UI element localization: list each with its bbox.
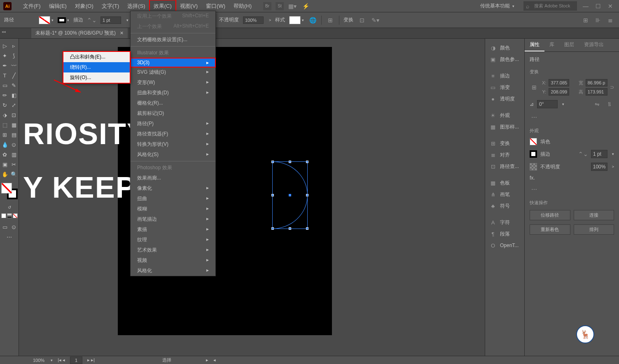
- w-input[interactable]: 86.996 p: [586, 79, 607, 86]
- panel-swatches[interactable]: ▦色板: [485, 177, 524, 189]
- panel-gradient[interactable]: ▭渐变: [485, 82, 524, 93]
- effect-blur-item[interactable]: 模糊▸: [131, 204, 215, 214]
- more-options-icon[interactable]: ⋯: [530, 113, 539, 122]
- apply-last-effect-item[interactable]: 应用上一个效果Shift+Ctrl+E: [131, 11, 215, 21]
- stock-icon[interactable]: St: [276, 2, 284, 10]
- panel-stroke[interactable]: ≡描边: [485, 70, 524, 82]
- tab-libraries[interactable]: 库: [544, 39, 559, 51]
- panel-color[interactable]: ◑颜色: [485, 42, 524, 54]
- gradient-mode-icon[interactable]: [7, 213, 12, 218]
- curvature-tool[interactable]: 〰: [9, 61, 19, 70]
- panel-transparency[interactable]: ●透明度: [485, 93, 524, 105]
- fill-swatch-prop[interactable]: [530, 138, 537, 145]
- effect-3d-item[interactable]: 3D(3)▸: [131, 58, 215, 67]
- angle-input[interactable]: 0°: [537, 100, 558, 108]
- hand-tool[interactable]: ✋: [0, 170, 9, 179]
- gpu-icon[interactable]: ⚡: [301, 2, 310, 11]
- selection-tool[interactable]: ▷: [0, 41, 9, 50]
- style-swatch[interactable]: ▾: [289, 16, 304, 24]
- perspective-tool[interactable]: ▦: [9, 120, 19, 129]
- panel-character[interactable]: A字符: [485, 217, 524, 228]
- edit-icon[interactable]: ✎▾: [371, 16, 380, 25]
- reference-point-icon[interactable]: ⊞: [530, 83, 539, 92]
- panel-pathfinder[interactable]: ⊡路径查...: [485, 161, 524, 172]
- search-input[interactable]: 搜索 Adobe Stock: [523, 1, 577, 11]
- revolve-item[interactable]: 绕转(R)...: [63, 62, 130, 72]
- pen-tool[interactable]: ✒: [0, 61, 9, 70]
- tab-layers[interactable]: 图层: [559, 39, 579, 51]
- more-appearance-icon[interactable]: ⋯: [530, 185, 539, 194]
- effect-warp-item[interactable]: 变形(W)▸: [131, 77, 215, 88]
- scale-tool[interactable]: ⤢: [9, 100, 19, 110]
- effect-pathfinder-item[interactable]: 路径查找器(F)▸: [131, 129, 215, 139]
- tab-asset-export[interactable]: 资源导出: [579, 39, 609, 51]
- slice-tool[interactable]: ✂: [9, 160, 19, 169]
- align-icon[interactable]: ⊞: [326, 16, 335, 25]
- arrange-icon[interactable]: ▦▾: [288, 2, 297, 11]
- menu-object[interactable]: 对象(O): [71, 0, 98, 12]
- effect-video-item[interactable]: 视频▸: [131, 255, 215, 266]
- nav-next-icon[interactable]: ▸ ▸|: [87, 357, 95, 363]
- mesh-tool[interactable]: ⊞: [0, 130, 9, 139]
- menu-edit[interactable]: 编辑(E): [45, 0, 71, 12]
- stroke-stepper[interactable]: ⌃⌄: [87, 16, 96, 25]
- arrange-button[interactable]: 排列: [574, 224, 614, 235]
- panel-appearance[interactable]: ☀外观: [485, 110, 524, 121]
- effect-cropmarks-item[interactable]: 裁剪标记(O): [131, 108, 215, 119]
- fill-stroke-control[interactable]: [1, 183, 18, 199]
- screen-mode-tool[interactable]: ▭: [0, 222, 9, 231]
- document-tab[interactable]: 未标题-1* @ 100% (RGB/GPU 预览) ✕: [31, 28, 128, 38]
- menu-help[interactable]: 帮助(H): [229, 0, 256, 12]
- panel-colorguide[interactable]: ▣颜色参...: [485, 54, 524, 65]
- artboard-tool[interactable]: ▣: [0, 160, 9, 169]
- effect-convertshape-item[interactable]: 转换为形状(V)▸: [131, 139, 215, 149]
- flip-h-icon[interactable]: ⇋: [593, 100, 602, 109]
- h-input[interactable]: 173.991: [586, 88, 607, 96]
- zoom-tool[interactable]: 🔍: [9, 170, 19, 179]
- panel-align[interactable]: ≣对齐: [485, 149, 524, 161]
- recolor-icon[interactable]: 🌐: [308, 16, 317, 25]
- effect-rasterize-item[interactable]: 栅格化(R)...: [131, 98, 215, 108]
- stroke-weight-prop[interactable]: 1 pt: [591, 150, 607, 158]
- offset-path-button[interactable]: 位移路径: [530, 210, 570, 220]
- zoom-display[interactable]: 100%: [33, 358, 44, 363]
- effect-stylize2-item[interactable]: 风格化▸: [131, 266, 215, 276]
- opacity-swatch-prop[interactable]: [530, 163, 537, 170]
- flip-v-icon[interactable]: ⥮: [605, 100, 614, 109]
- effect-distort-item[interactable]: 扭曲和变换(D)▸: [131, 88, 215, 98]
- rotate-tool[interactable]: ↻: [0, 100, 9, 110]
- panel-transform[interactable]: ⊞变换: [485, 138, 524, 149]
- nav-prev-icon[interactable]: |◂ ◂: [58, 357, 65, 363]
- effect-texture-item[interactable]: 纹理▸: [131, 235, 215, 245]
- toggle-fill-icon[interactable]: ↺: [5, 203, 14, 212]
- brush-tool[interactable]: ✎: [9, 81, 19, 90]
- width-tool[interactable]: ⬗: [0, 110, 9, 119]
- scroll-left-icon[interactable]: ▸: [206, 357, 208, 363]
- direct-select-tool[interactable]: ▹: [9, 41, 19, 50]
- panel-toggle-left-icon[interactable]: ◂◂: [2, 30, 6, 34]
- panel-graphicstyles[interactable]: ▦图形样...: [485, 121, 524, 133]
- effect-distort2-item[interactable]: 扭曲▸: [131, 194, 215, 204]
- color-mode-icon[interactable]: [1, 213, 6, 218]
- effect-sketch-item[interactable]: 素描▸: [131, 224, 215, 235]
- extrude-bevel-item[interactable]: 凸出和斜角(E)...: [63, 52, 130, 62]
- graph-tool[interactable]: ▥: [9, 150, 19, 159]
- rectangle-tool[interactable]: ▭: [0, 81, 9, 90]
- opacity-input[interactable]: 100%: [243, 16, 264, 24]
- tab-properties[interactable]: 属性: [525, 39, 544, 51]
- line-tool[interactable]: ╱: [9, 71, 19, 80]
- workspace-dropdown[interactable]: 传统基本功能 ▾: [476, 1, 521, 11]
- stroke-swatch-prop[interactable]: [530, 150, 537, 158]
- stroke-swatch[interactable]: ▾: [58, 17, 69, 23]
- draw-mode-tool[interactable]: ⊙: [9, 222, 19, 231]
- effect-svgfilter-item[interactable]: SVG 滤镜(G)▸: [131, 67, 215, 77]
- fx-label[interactable]: fx.: [530, 175, 535, 181]
- artboard-page-input[interactable]: 1: [70, 357, 82, 364]
- type-tool[interactable]: T: [0, 71, 9, 80]
- effect-brushstrokes-item[interactable]: 画笔描边▸: [131, 214, 215, 224]
- panel-paragraph[interactable]: ¶段落: [485, 228, 524, 240]
- wand-tool[interactable]: ✦: [0, 51, 9, 60]
- panel-symbols[interactable]: ♣符号: [485, 200, 524, 212]
- free-transform-tool[interactable]: ⊡: [9, 110, 19, 119]
- gradient-tool[interactable]: ▤: [9, 130, 19, 139]
